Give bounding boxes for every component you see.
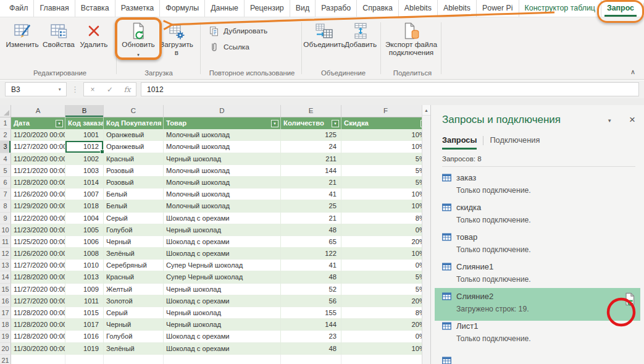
tab-Разметка[interactable]: Разметка <box>115 0 161 17</box>
cell-C12[interactable]: Зелёный <box>104 248 164 260</box>
tab-Справка[interactable]: Справка <box>357 0 399 17</box>
row-header-9[interactable]: 9 <box>0 213 11 224</box>
button-Ссылка[interactable]: Ссылка <box>204 41 249 53</box>
tab-Данные[interactable]: Данные <box>205 0 245 17</box>
tab-Рецензир[interactable]: Рецензир <box>245 0 290 17</box>
row-header-6[interactable]: 6 <box>0 177 11 188</box>
table-header-Код заказа[interactable]: Код заказа▼ <box>65 117 104 129</box>
tab-Вид[interactable]: Вид <box>290 0 316 17</box>
button-Дублировать[interactable]: Дублировать <box>204 25 267 37</box>
filter-dropdown-icon[interactable]: ▼ <box>56 120 63 127</box>
table-header-Код Покупателя[interactable]: Код Покупателя▼ <box>104 117 164 129</box>
cell-F10[interactable]: 0% <box>341 224 430 236</box>
cell-D4[interactable]: Черный шоколад <box>164 153 281 165</box>
tab-Разрабо[interactable]: Разрабо <box>316 0 357 17</box>
button-Изменить[interactable]: Изменить <box>4 20 41 49</box>
button-Обновить[interactable]: Обновить▾ <box>119 20 158 59</box>
cell-A20[interactable]: 11/30/2020 00:00 <box>11 343 65 355</box>
cell-B16[interactable]: 1011 <box>65 295 104 307</box>
formula-bar-handle[interactable]: ⋮ <box>71 85 79 94</box>
cell-A13[interactable]: 11/27/2020 00:00 <box>11 260 65 271</box>
cell-A3[interactable]: 11/27/2020 00:00 <box>11 141 65 153</box>
query-item-Лист1[interactable]: Лист1Только подключение. <box>442 321 635 350</box>
cell-D5[interactable]: Молочный шоколад <box>164 165 281 177</box>
button-Объединить[interactable]: Объединить <box>305 20 343 49</box>
cell-C7[interactable]: Белый <box>104 188 164 200</box>
cell-D19[interactable]: Шоколад с орехами <box>164 331 281 342</box>
collapse-ribbon-icon[interactable]: ∧ <box>630 68 635 76</box>
cell-E8[interactable]: 25 <box>281 200 341 212</box>
filter-dropdown-icon[interactable]: ▼ <box>271 120 278 127</box>
cell-A14[interactable]: 11/28/2020 00:00 <box>11 271 65 283</box>
cell-A4[interactable]: 11/20/2020 00:00 <box>11 153 65 165</box>
cell-C2[interactable]: Оранжевый <box>104 129 164 141</box>
row-header-1[interactable]: 1 <box>0 117 11 129</box>
cell-F14[interactable]: 5% <box>341 271 430 283</box>
button-Экспорт файла[interactable]: Экспорт файлаподключения <box>383 20 440 57</box>
cell-D15[interactable]: Черный шоколад <box>164 284 281 295</box>
button-Удалить[interactable]: Удалить <box>77 20 111 49</box>
cell-E13[interactable]: 41 <box>281 260 341 271</box>
tab-Главная[interactable]: Главная <box>34 0 75 17</box>
cell-C18[interactable]: Черный <box>104 319 164 331</box>
cell-B20[interactable]: 1019 <box>65 343 104 355</box>
row-header-7[interactable]: 7 <box>0 188 11 200</box>
cell-F17[interactable]: 8% <box>341 307 430 319</box>
panel-chevron-down-icon[interactable]: ▼ <box>607 118 612 124</box>
cell-D10[interactable]: Черный шоколад <box>164 224 281 236</box>
cell-E21[interactable] <box>281 355 341 364</box>
cell-F4[interactable]: 5% <box>341 153 430 165</box>
cell-D11[interactable]: Шоколад с орехами <box>164 236 281 248</box>
cell-B6[interactable]: 1014 <box>65 177 104 188</box>
cell-C5[interactable]: Розовый <box>104 165 164 177</box>
cell-B19[interactable]: 1016 <box>65 331 104 342</box>
select-all-corner[interactable] <box>0 105 11 117</box>
row-header-4[interactable]: 4 <box>0 153 11 165</box>
cell-F15[interactable]: 5% <box>341 284 430 295</box>
cell-F13[interactable]: 0% <box>341 260 430 271</box>
column-header-C[interactable]: C <box>104 105 164 117</box>
cell-E4[interactable]: 211 <box>281 153 341 165</box>
row-header-20[interactable]: 20 <box>0 343 11 355</box>
cell-C3[interactable]: Оранжевый <box>104 141 164 153</box>
cell-E2[interactable]: 125 <box>281 129 341 141</box>
cell-C20[interactable]: Зелёный <box>104 343 164 355</box>
scroll-up-icon[interactable]: ▲ <box>422 105 430 116</box>
row-header-12[interactable]: 12 <box>0 248 11 260</box>
cell-F5[interactable]: 5% <box>341 165 430 177</box>
query-item-товар[interactable]: товарТолько подключение. <box>442 232 635 261</box>
cell-E17[interactable]: 155 <box>281 307 341 319</box>
cancel-icon[interactable]: × <box>84 85 101 94</box>
cell-B5[interactable]: 1003 <box>65 165 104 177</box>
query-item-Слияние2[interactable]: Слияние2Загружено строк: 19. <box>435 288 640 321</box>
cell-F3[interactable]: 10% <box>341 141 430 153</box>
tab-Ablebits[interactable]: Ablebits <box>438 0 477 17</box>
cell-F12[interactable]: 10% <box>341 248 430 260</box>
cell-A17[interactable]: 11/28/2020 00:00 <box>11 307 65 319</box>
cell-B17[interactable]: 1015 <box>65 307 104 319</box>
cell-E12[interactable]: 122 <box>281 248 341 260</box>
cell-E7[interactable]: 41 <box>281 188 341 200</box>
panel-tab-queries[interactable]: Запросы <box>442 135 477 150</box>
tab-Ablebits[interactable]: Ablebits <box>399 0 438 17</box>
tab-Вставка[interactable]: Вставка <box>75 0 115 17</box>
cell-E10[interactable]: 48 <box>281 224 341 236</box>
cell-A12[interactable]: 11/26/2020 00:00 <box>11 248 65 260</box>
cell-D6[interactable]: Молочный шоколад <box>164 177 281 188</box>
cell-B18[interactable]: 1017 <box>65 319 104 331</box>
cell-C14[interactable]: Красный <box>104 271 164 283</box>
panel-close-icon[interactable]: × <box>629 114 635 125</box>
cell-B15[interactable]: 1009 <box>65 284 104 295</box>
query-item-заказ[interactable]: заказТолько подключение. <box>442 172 635 202</box>
cell-F9[interactable]: 8% <box>341 213 430 224</box>
cell-A8[interactable]: 11/29/2020 00:00 <box>11 200 65 212</box>
row-header-3[interactable]: 3 <box>0 141 11 153</box>
cell-C21[interactable] <box>104 355 164 364</box>
cell-D2[interactable]: Молочный шоколад <box>164 129 281 141</box>
row-header-10[interactable]: 10 <box>0 224 11 236</box>
cell-C17[interactable]: Серый <box>104 307 164 319</box>
cell-E5[interactable]: 144 <box>281 165 341 177</box>
name-box[interactable]: B3 ▼ <box>5 82 67 96</box>
table-header-Дата[interactable]: Дата▼ <box>11 117 65 129</box>
row-header-19[interactable]: 19 <box>0 331 11 342</box>
